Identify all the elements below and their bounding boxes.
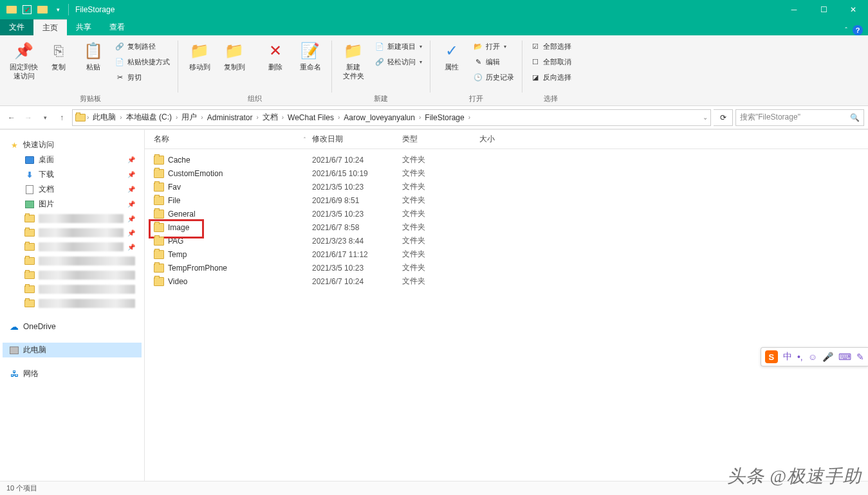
select-all-button[interactable]: ☑全部选择 <box>528 39 574 53</box>
cut-button[interactable]: ✂剪切 <box>112 70 172 84</box>
breadcrumb[interactable]: › 此电脑› 本地磁盘 (C:)› 用户› Administrator› 文档›… <box>72 109 711 126</box>
close-button[interactable]: ✕ <box>838 0 868 19</box>
ime-toolbar[interactable]: S 中 •, ☺ 🎤 ⌨ ✎ <box>761 347 868 366</box>
tab-file[interactable]: 文件 <box>0 19 33 35</box>
file-row[interactable]: Fav2021/3/5 10:23文件夹 <box>145 180 868 194</box>
file-type: 文件夹 <box>402 168 479 179</box>
document-icon <box>24 184 35 195</box>
file-row[interactable]: General2021/3/5 10:23文件夹 <box>145 207 868 221</box>
up-button[interactable]: ↑ <box>54 110 69 125</box>
minimize-button[interactable]: ─ <box>779 0 809 19</box>
easy-access-button[interactable]: 🔗轻松访问▾ <box>372 55 425 69</box>
back-button[interactable]: ← <box>4 110 19 125</box>
crumb-0[interactable]: 此电脑 <box>90 112 118 123</box>
col-date[interactable]: 修改日期 <box>312 134 402 145</box>
paste-button[interactable]: 📋 粘贴 <box>77 38 109 92</box>
copyto-icon: 📁 <box>224 40 245 61</box>
file-row[interactable]: Image2021/6/7 8:58文件夹 <box>145 221 868 234</box>
qat-folder-icon[interactable] <box>4 2 19 17</box>
file-type: 文件夹 <box>402 222 479 233</box>
crumb-2[interactable]: 用户 <box>179 112 199 123</box>
file-date: 2021/6/7 10:24 <box>312 156 402 165</box>
pin-icon: 📌 <box>127 171 135 178</box>
file-row[interactable]: Cache2021/6/7 10:24文件夹 <box>145 153 868 166</box>
properties-button[interactable]: ✓ 属性 <box>436 38 468 92</box>
collapse-ribbon-icon[interactable]: ˆ <box>845 26 847 34</box>
ime-settings-icon[interactable]: ✎ <box>856 352 864 362</box>
new-folder-button[interactable]: 📁 新建 文件夹 <box>337 38 369 92</box>
tree-redacted-4[interactable] <box>3 254 142 268</box>
tree-thispc[interactable]: 此电脑 <box>3 343 142 357</box>
qat-dropdown-icon[interactable]: ▾ <box>50 2 66 17</box>
ime-lang[interactable]: 中 <box>783 351 792 363</box>
file-row[interactable]: TempFromPhone2021/3/5 10:23文件夹 <box>145 261 868 274</box>
invert-selection-button[interactable]: ◪反向选择 <box>528 70 574 84</box>
paste-shortcut-button[interactable]: 📄粘贴快捷方式 <box>112 55 172 69</box>
file-row[interactable]: Video2021/6/7 10:24文件夹 <box>145 274 868 288</box>
breadcrumb-dropdown-icon[interactable]: ⌄ <box>703 114 708 121</box>
tab-share[interactable]: 共享 <box>67 19 100 35</box>
ime-punct-icon[interactable]: •, <box>797 352 803 362</box>
tree-network[interactable]: 🖧网络 <box>3 366 142 381</box>
tree-redacted-2[interactable]: 📌 <box>3 226 142 240</box>
file-row[interactable]: PAG2021/3/23 8:44文件夹 <box>145 234 868 248</box>
tree-redacted-1[interactable]: 📌 <box>3 212 142 226</box>
col-name[interactable]: 名称ˆ <box>145 134 312 145</box>
move-to-button[interactable]: 📁 移动到 <box>183 38 216 92</box>
copy-path-button[interactable]: 🔗复制路径 <box>112 39 172 53</box>
crumb-7[interactable]: FileStorage <box>422 113 466 122</box>
copy-button[interactable]: ⎘ 复制 <box>42 38 75 92</box>
delete-button[interactable]: ✕ 删除 <box>259 38 291 92</box>
refresh-button[interactable]: ⟳ <box>714 109 733 126</box>
sogou-logo-icon[interactable]: S <box>765 350 778 363</box>
file-list: 名称ˆ 修改日期 类型 大小 Cache2021/6/7 10:24文件夹Cus… <box>145 130 868 481</box>
select-none-button[interactable]: ☐全部取消 <box>528 55 574 69</box>
tree-redacted-3[interactable]: 📌 <box>3 240 142 254</box>
tree-desktop[interactable]: 桌面📌 <box>3 152 142 167</box>
tree-pictures[interactable]: 图片📌 <box>3 197 142 212</box>
col-size[interactable]: 大小 <box>479 134 531 145</box>
recent-dropdown[interactable]: ▾ <box>37 110 53 125</box>
pin-icon: 📌 <box>14 40 34 61</box>
file-type: 文件夹 <box>402 195 479 206</box>
file-row[interactable]: File2021/6/9 8:51文件夹 <box>145 194 868 207</box>
tree-redacted-6[interactable] <box>3 282 142 296</box>
help-icon[interactable]: ? <box>853 25 863 35</box>
copy-to-button[interactable]: 📁 复制到 <box>218 38 250 92</box>
ime-keyboard-icon[interactable]: ⌨ <box>838 352 851 362</box>
tree-redacted-7[interactable] <box>3 296 142 310</box>
new-item-button[interactable]: 📄新建项目▾ <box>372 39 425 53</box>
pin-to-quick-access-button[interactable]: 📌 固定到快速访问 <box>8 38 40 92</box>
column-headers: 名称ˆ 修改日期 类型 大小 <box>145 130 868 149</box>
tree-documents[interactable]: 文档📌 <box>3 182 142 197</box>
tab-home[interactable]: 主页 <box>33 19 67 35</box>
download-icon: ⬇ <box>24 170 35 180</box>
maximize-button[interactable]: ☐ <box>809 0 838 19</box>
ime-emoji-icon[interactable]: ☺ <box>808 352 817 362</box>
ime-mic-icon[interactable]: 🎤 <box>822 352 833 362</box>
col-type[interactable]: 类型 <box>402 134 479 145</box>
file-row[interactable]: Temp2021/6/17 11:12文件夹 <box>145 248 868 261</box>
tree-quick-access[interactable]: ★快速访问 <box>3 138 142 152</box>
edit-button[interactable]: ✎编辑 <box>470 55 517 69</box>
history-button[interactable]: 🕒历史记录 <box>470 70 517 84</box>
crumb-5[interactable]: WeChat Files <box>285 113 337 122</box>
tree-redacted-5[interactable] <box>3 268 142 282</box>
crumb-1[interactable]: 本地磁盘 (C:) <box>124 112 174 123</box>
tree-onedrive[interactable]: ☁OneDrive <box>3 320 142 334</box>
crumb-3[interactable]: Administrator <box>205 113 255 122</box>
folder-icon <box>154 277 164 286</box>
crumb-6[interactable]: Aarow_loveyanyalun <box>341 113 418 122</box>
tree-downloads[interactable]: ⬇下载📌 <box>3 167 142 182</box>
file-row[interactable]: CustomEmotion2021/6/15 10:19文件夹 <box>145 166 868 180</box>
file-type: 文件夹 <box>402 208 479 219</box>
forward-button[interactable]: → <box>21 110 36 125</box>
search-input[interactable]: 搜索"FileStorage" 🔍 <box>735 109 864 126</box>
qat-folder2-icon[interactable] <box>35 2 50 17</box>
qat-properties-icon[interactable]: ✓ <box>19 2 35 17</box>
crumb-4[interactable]: 文档 <box>260 112 281 123</box>
tab-view[interactable]: 查看 <box>100 19 134 35</box>
rename-button[interactable]: 📝 重命名 <box>294 38 326 92</box>
folder-icon <box>154 210 164 219</box>
open-button[interactable]: 📂打开▾ <box>470 39 517 53</box>
